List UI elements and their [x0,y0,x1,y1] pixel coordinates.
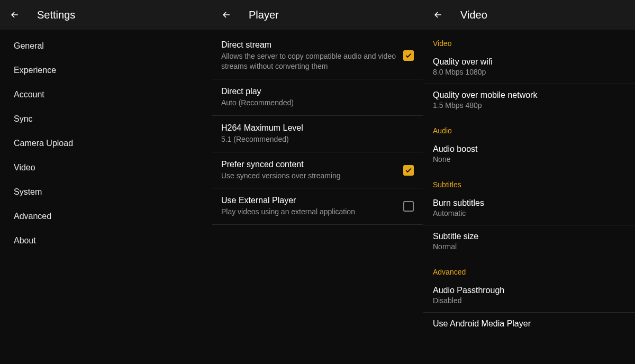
video-item-title: Quality over mobile network [433,90,625,100]
checkbox-unchecked-icon[interactable] [403,201,414,212]
player-item-title: Direct stream [221,40,397,50]
player-item-sub: Allows the server to copy compatible aud… [221,51,397,71]
player-panel: Player Direct stream Allows the server t… [212,0,423,364]
settings-header: Settings [0,0,212,30]
player-item-sub: 5.1 (Recommended) [221,134,407,144]
player-item-title: Use External Player [221,196,397,205]
player-item-title: Direct play [221,87,407,96]
video-item-burn-subtitles[interactable]: Burn subtitles Automatic [423,192,635,225]
player-item-title: Prefer synced content [221,160,397,169]
video-list: Video Quality over wifi 8.0 Mbps 1080p Q… [423,30,635,364]
player-item-text: Direct stream Allows the server to copy … [221,40,403,71]
video-item-title: Audio boost [433,144,625,154]
player-item-h264[interactable]: H264 Maximum Level 5.1 (Recommended) [212,116,423,152]
settings-list: General Experience Account Sync Camera U… [0,30,212,364]
player-item-direct-play[interactable]: Direct play Auto (Recommended) [212,79,423,116]
settings-item-experience[interactable]: Experience [0,58,212,83]
back-icon[interactable] [220,8,233,21]
video-item-quality-wifi[interactable]: Quality over wifi 8.0 Mbps 1080p [423,51,635,84]
video-title: Video [460,9,487,21]
player-item-external-player[interactable]: Use External Player Play videos using an… [212,188,423,225]
player-title: Player [249,9,279,21]
video-item-title: Subtitle size [433,232,625,241]
video-panel: Video Video Quality over wifi 8.0 Mbps 1… [423,0,635,364]
video-item-sub: Disabled [433,296,625,305]
settings-item-video[interactable]: Video [0,156,212,180]
video-item-sub: 1.5 Mbps 480p [433,101,625,110]
player-item-sub: Play videos using an external applicatio… [221,207,397,217]
checkbox-checked-icon[interactable] [403,50,414,61]
back-icon[interactable] [432,8,444,21]
player-item-text: Use External Player Play videos using an… [221,196,403,217]
video-item-subtitle-size[interactable]: Subtitle size Normal [423,225,635,258]
player-item-text: Direct play Auto (Recommended) [221,87,414,108]
player-item-sub: Auto (Recommended) [221,98,407,108]
checkbox-checked-icon[interactable] [403,165,414,176]
player-item-sub: Use synced versions over streaming [221,171,397,181]
video-item-title: Quality over wifi [433,57,625,67]
player-item-direct-stream[interactable]: Direct stream Allows the server to copy … [212,33,423,79]
player-list: Direct stream Allows the server to copy … [212,30,423,364]
settings-item-advanced[interactable]: Advanced [0,204,212,229]
video-item-audio-passthrough[interactable]: Audio Passthrough Disabled [423,279,635,313]
player-item-title: H264 Maximum Level [221,123,407,133]
video-item-title: Use Android Media Player [433,319,625,329]
video-item-audio-boost[interactable]: Audio boost None [423,138,635,171]
back-icon[interactable] [8,8,21,21]
settings-item-system[interactable]: System [0,180,212,204]
video-header: Video [423,0,635,30]
video-item-sub: Automatic [433,209,625,217]
player-item-text: Prefer synced content Use synced version… [221,160,403,181]
settings-item-camera-upload[interactable]: Camera Upload [0,131,212,156]
video-item-sub: Normal [433,242,625,251]
settings-panel: Settings General Experience Account Sync… [0,0,212,364]
section-header-subtitles: Subtitles [423,171,635,192]
video-item-title: Burn subtitles [433,198,625,208]
player-header: Player [212,0,423,30]
video-item-title: Audio Passthrough [433,286,625,295]
video-item-quality-mobile[interactable]: Quality over mobile network 1.5 Mbps 480… [423,84,635,117]
section-header-video: Video [423,30,635,51]
player-item-text: H264 Maximum Level 5.1 (Recommended) [221,123,414,144]
section-header-advanced: Advanced [423,258,635,279]
settings-item-account[interactable]: Account [0,83,212,107]
video-item-android-player[interactable]: Use Android Media Player [423,313,635,337]
video-item-sub: None [433,155,625,163]
video-item-sub: 8.0 Mbps 1080p [433,68,625,76]
settings-item-sync[interactable]: Sync [0,107,212,131]
section-header-audio: Audio [423,117,635,138]
player-item-prefer-synced[interactable]: Prefer synced content Use synced version… [212,152,423,189]
settings-title: Settings [37,9,75,21]
settings-item-about[interactable]: About [0,229,212,253]
settings-item-general[interactable]: General [0,34,212,58]
